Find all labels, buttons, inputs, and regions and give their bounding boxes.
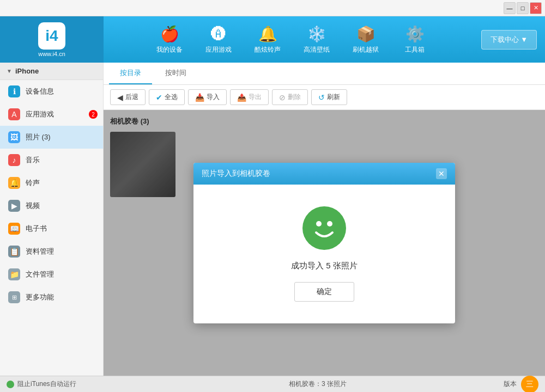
tab-by-time[interactable]: 按时间 [154, 63, 197, 84]
sidebar-item-video[interactable]: ▶ 视频 [0, 194, 103, 217]
version-text: 版本 [504, 379, 517, 389]
dialog-close-button[interactable]: ✕ [436, 168, 447, 179]
nav-jailbreak-label: 刷机越狱 [353, 45, 379, 54]
sidebar-item-music-label: 音乐 [26, 155, 40, 165]
sangongzi-logo: 三 [521, 376, 538, 393]
nav-wallpaper-label: 高清壁纸 [304, 45, 330, 54]
dialog-title: 照片导入到相机胶卷 [202, 169, 270, 179]
download-center-button[interactable]: 下载中心 ▼ [481, 30, 537, 50]
video-icon: ▶ [8, 200, 20, 212]
back-label: 后退 [125, 93, 138, 102]
sidebar-item-device-info[interactable]: ℹ 设备信息 [0, 80, 103, 103]
sidebar-item-device-info-label: 设备信息 [26, 87, 54, 96]
sidebar-item-data-mgr-label: 资料管理 [26, 247, 54, 256]
select-all-label: 全选 [165, 93, 178, 102]
apple-icon: 🍎 [160, 25, 179, 43]
sidebar-item-ringtone[interactable]: 🔔 铃声 [0, 171, 103, 194]
device-arrow-icon: ▼ [7, 68, 12, 74]
photos-icon: 🖼 [8, 131, 20, 143]
export-button[interactable]: 📤 导出 [230, 89, 269, 105]
delete-button[interactable]: ⊘ 删除 [272, 89, 308, 105]
jailbreak-icon: 📦 [356, 25, 376, 43]
nav-wallpaper[interactable]: ❄️ 高清壁纸 [295, 21, 338, 59]
tab-by-directory[interactable]: 按目录 [109, 63, 152, 84]
export-icon: 📤 [237, 93, 246, 102]
maximize-button[interactable]: □ [517, 2, 529, 14]
select-all-button[interactable]: ✔ 全选 [149, 89, 185, 105]
import-icon: 📥 [195, 93, 204, 102]
music-icon: ♪ [8, 154, 20, 166]
logo-area: i4 www.i4.cn [0, 16, 104, 63]
close-button[interactable]: ✕ [530, 2, 542, 14]
svg-point-1 [327, 221, 332, 226]
photo-content: 相机胶卷 (3) 照片导入到相机胶卷 ✕ [104, 110, 545, 376]
data-mgr-icon: 📋 [8, 246, 20, 258]
sidebar-item-file-mgr[interactable]: 📁 文件管理 [0, 263, 103, 286]
content-area: 按目录 按时间 ◀ 后退 ✔ 全选 📥 导入 📤 导出 ⊘ 删除 [104, 63, 545, 376]
nav-my-device[interactable]: 🍎 我的设备 [148, 21, 191, 59]
sidebar-item-ebook[interactable]: 📖 电子书 [0, 217, 103, 240]
refresh-label: 刷新 [327, 93, 340, 102]
apps-icon: A [8, 108, 20, 120]
sidebar-item-apps-label: 应用游戏 [26, 109, 54, 119]
title-bar: — □ ✕ [0, 0, 545, 16]
import-success-dialog: 照片导入到相机胶卷 ✕ 成功导入 5 张照片 确定 [193, 163, 455, 323]
device-info-icon: ℹ [8, 85, 20, 97]
status-center-text: 相机胶卷：3 张照片 [289, 379, 347, 389]
sidebar-item-file-mgr-label: 文件管理 [26, 270, 54, 279]
status-left-text: 阻止iTunes自动运行 [17, 379, 76, 389]
select-all-icon: ✔ [156, 93, 162, 102]
tabs-bar: 按目录 按时间 [104, 63, 545, 85]
main-layout: ▼ iPhone ℹ 设备信息 A 应用游戏 2 🖼 照片 (3) ♪ 音乐 🔔… [0, 63, 545, 376]
sidebar: ▼ iPhone ℹ 设备信息 A 应用游戏 2 🖼 照片 (3) ♪ 音乐 🔔… [0, 63, 104, 376]
minimize-button[interactable]: — [504, 2, 516, 14]
back-button[interactable]: ◀ 后退 [110, 89, 146, 105]
more-icon: ⊞ [8, 291, 20, 303]
delete-icon: ⊘ [279, 93, 286, 102]
dialog-title-bar: 照片导入到相机胶卷 ✕ [193, 163, 455, 185]
ringtone-icon: 🔔 [8, 177, 20, 189]
nav-tools[interactable]: ⚙️ 工具箱 [393, 21, 437, 59]
toolbar: ◀ 后退 ✔ 全选 📥 导入 📤 导出 ⊘ 删除 ↺ 刷新 [104, 85, 545, 110]
sidebar-item-photos-label: 照片 (3) [26, 132, 51, 142]
nav-ringtone[interactable]: 🔔 酷炫铃声 [246, 21, 289, 59]
sidebar-item-data-mgr[interactable]: 📋 资料管理 [0, 240, 103, 263]
file-mgr-icon: 📁 [8, 268, 20, 280]
dialog-overlay: 照片导入到相机胶卷 ✕ 成功导入 5 张照片 确定 [104, 110, 545, 376]
nav-tools-label: 工具箱 [405, 45, 425, 54]
delete-label: 删除 [288, 93, 301, 102]
sidebar-item-more-label: 更多功能 [26, 292, 54, 302]
svg-point-0 [316, 221, 322, 226]
dialog-ok-button[interactable]: 确定 [294, 282, 354, 302]
success-icon [302, 206, 346, 250]
import-button[interactable]: 📥 导入 [188, 89, 227, 105]
nav-app-game-label: 应用游戏 [205, 45, 232, 54]
nav-items: 🍎 我的设备 🅐 应用游戏 🔔 酷炫铃声 ❄️ 高清壁纸 📦 刷机越狱 ⚙️ 工… [104, 21, 481, 59]
app-logo-url: www.i4.cn [38, 51, 65, 57]
ringtone-icon: 🔔 [258, 25, 277, 43]
smiley-svg [308, 212, 341, 244]
nav-my-device-label: 我的设备 [156, 45, 183, 54]
export-label: 导出 [249, 93, 262, 102]
sidebar-device-label: iPhone [15, 67, 39, 75]
sidebar-item-more[interactable]: ⊞ 更多功能 [0, 286, 103, 309]
import-label: 导入 [207, 93, 220, 102]
status-right: 版本 三 [504, 376, 538, 393]
app-game-icon: 🅐 [211, 25, 226, 43]
sidebar-item-apps[interactable]: A 应用游戏 2 [0, 103, 103, 126]
back-icon: ◀ [117, 93, 123, 102]
status-left: 阻止iTunes自动运行 [7, 379, 76, 389]
wallpaper-icon: ❄️ [307, 25, 326, 43]
tools-icon: ⚙️ [405, 25, 425, 43]
nav-jailbreak[interactable]: 📦 刷机越狱 [344, 21, 387, 59]
status-bar: 阻止iTunes自动运行 相机胶卷：3 张照片 版本 三 [0, 376, 545, 392]
nav-app-game[interactable]: 🅐 应用游戏 [197, 21, 240, 59]
sidebar-item-photos[interactable]: 🖼 照片 (3) [0, 126, 103, 149]
sidebar-item-music[interactable]: ♪ 音乐 [0, 149, 103, 171]
sidebar-device-item[interactable]: ▼ iPhone [0, 63, 103, 80]
refresh-icon: ↺ [318, 93, 325, 102]
dialog-body: 成功导入 5 张照片 确定 [193, 185, 455, 323]
sidebar-item-ringtone-label: 铃声 [26, 178, 40, 188]
refresh-button[interactable]: ↺ 刷新 [311, 89, 347, 105]
ebook-icon: 📖 [8, 223, 20, 235]
